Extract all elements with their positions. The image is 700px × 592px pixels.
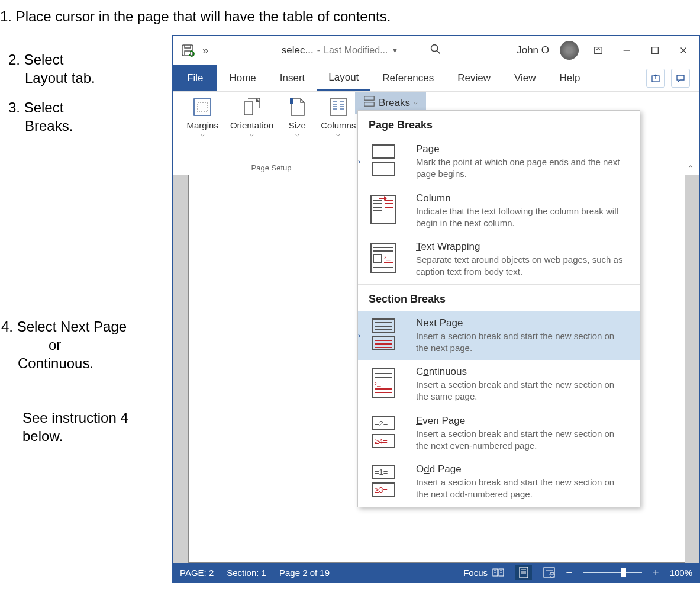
focus-mode-button[interactable]: Focus <box>468 566 481 579</box>
share-button[interactable] <box>646 69 665 88</box>
last-modified: Last Modified... <box>324 45 388 56</box>
document-title: selec... <box>282 44 314 56</box>
orientation-icon <box>240 95 264 119</box>
status-page-count[interactable]: Page 2 of 19 <box>279 568 330 578</box>
print-layout-icon[interactable] <box>515 565 532 580</box>
caret-icon: ⌵ <box>250 130 254 138</box>
step2: 2. Select Layout tab. <box>8 50 95 87</box>
ribbon-display-options-icon[interactable] <box>589 41 607 59</box>
tab-view[interactable]: View <box>502 66 548 90</box>
orientation-label: Orientation <box>230 120 273 130</box>
svg-rect-22 <box>364 102 374 106</box>
svg-text:=2=: =2= <box>375 419 388 428</box>
collapse-ribbon-icon[interactable]: ⌃ <box>688 164 693 172</box>
even-page-desc: Insert a section break and start the new… <box>416 428 629 452</box>
menu-item-next-page[interactable]: › Next Page Insert a section break and s… <box>358 311 640 361</box>
zoom-slider[interactable] <box>583 572 642 573</box>
status-section[interactable]: Section: 1 <box>227 568 266 578</box>
svg-rect-28 <box>520 567 528 578</box>
zoom-level[interactable]: 100% <box>670 568 692 578</box>
tab-file[interactable]: File <box>173 65 217 91</box>
svg-rect-11 <box>290 98 293 104</box>
pointer-icon: › <box>358 332 360 340</box>
orientation-button[interactable]: Orientation ⌵ <box>230 95 273 138</box>
svg-rect-49 <box>373 255 382 263</box>
menu-item-column[interactable]: Column Indicate that the text following … <box>358 186 640 236</box>
step3: 3. Select Breaks. <box>8 98 73 135</box>
comments-button[interactable] <box>671 69 690 88</box>
step1: 1. Place cursor in the page that will ha… <box>0 7 533 25</box>
user-avatar[interactable] <box>560 41 579 60</box>
tab-home[interactable]: Home <box>217 66 267 90</box>
svg-rect-37 <box>372 163 395 176</box>
tab-insert[interactable]: Insert <box>268 66 317 90</box>
maximize-button[interactable] <box>646 41 664 59</box>
page-setup-label: Page Setup <box>251 163 292 172</box>
menu-item-continuous[interactable]: ›⎯ Continuous Insert a section break and… <box>358 360 640 409</box>
text-wrapping-icon: ›⎯ <box>369 241 403 275</box>
autosave-icon[interactable] <box>180 43 195 58</box>
even-page-title: Even Page <box>416 415 629 427</box>
status-page[interactable]: PAGE: 2 <box>180 568 214 578</box>
margins-button[interactable]: Margins ⌵ <box>187 95 218 138</box>
text-wrapping-desc: Separate text around objects on web page… <box>416 254 629 278</box>
search-icon[interactable] <box>429 43 442 58</box>
menu-item-page[interactable]: › Page Mark the point at which one page … <box>358 137 640 186</box>
columns-button[interactable]: Columns ⌵ <box>321 95 356 138</box>
columns-label: Columns <box>321 120 356 130</box>
margins-label: Margins <box>187 120 218 130</box>
tab-layout[interactable]: Layout <box>317 66 370 91</box>
step2-line2: Layout tab. <box>8 70 95 86</box>
web-layout-icon[interactable] <box>543 566 556 579</box>
zoom-out-button[interactable]: − <box>566 567 573 579</box>
svg-rect-10 <box>198 102 207 112</box>
tab-review[interactable]: Review <box>446 66 502 90</box>
breaks-label: Breaks <box>379 97 410 109</box>
breaks-icon <box>363 95 375 110</box>
minimize-button[interactable] <box>618 41 636 59</box>
user-name[interactable]: John O <box>517 44 549 56</box>
odd-page-icon: =1=≥3= <box>369 464 403 498</box>
read-mode-icon[interactable] <box>492 566 505 579</box>
caret-icon: ⌵ <box>414 98 418 106</box>
step2-line1: 2. Select <box>8 52 63 67</box>
menu-item-even-page[interactable]: =2=≥4= Even Page Insert a section break … <box>358 409 640 458</box>
continuous-icon: ›⎯ <box>369 366 403 400</box>
size-button[interactable]: Size ⌵ <box>285 95 309 138</box>
menu-item-text-wrapping[interactable]: ›⎯ Text Wrapping Separate text around ob… <box>358 235 640 284</box>
zoom-in-button[interactable]: + <box>653 567 659 579</box>
close-button[interactable] <box>675 41 692 59</box>
pointer-icon: › <box>358 157 360 166</box>
focus-label: Focus <box>463 568 488 578</box>
tab-references[interactable]: References <box>370 66 446 90</box>
svg-text:=1=: =1= <box>375 468 388 477</box>
page-desc: Mark the point at which one page ends an… <box>416 156 629 181</box>
column-title: Column <box>416 192 629 204</box>
next-page-title: Next Page <box>416 317 629 329</box>
svg-text:≥4=: ≥4= <box>375 437 388 446</box>
svg-rect-36 <box>372 145 395 158</box>
svg-line-2 <box>437 51 440 54</box>
step4-line3: Continuous. <box>1 355 93 371</box>
titlebar: » selec... - Last Modified... ▼ John O <box>173 36 699 65</box>
continuous-title: Continuous <box>416 366 629 378</box>
menu-item-odd-page[interactable]: =1=≥3= Odd Page Insert a section break a… <box>358 458 640 507</box>
svg-text:›⎯: ›⎯ <box>384 253 391 261</box>
odd-page-desc: Insert a section break and start the new… <box>416 477 629 501</box>
title-dash: - <box>317 45 320 56</box>
title-dropdown-icon[interactable]: ▼ <box>392 46 399 54</box>
svg-point-1 <box>431 45 438 52</box>
margins-icon <box>191 95 214 119</box>
step4-line2: or <box>1 337 61 353</box>
tab-help[interactable]: Help <box>548 66 592 90</box>
step3-line1: 3. Select <box>8 99 63 115</box>
columns-icon <box>327 95 350 119</box>
caret-icon: ⌵ <box>295 130 299 138</box>
step5-line1: See instruction 4 <box>22 410 128 426</box>
svg-rect-5 <box>652 47 659 54</box>
qat-more-icon[interactable]: » <box>202 44 207 57</box>
text-wrapping-title: Text Wrapping <box>416 241 629 253</box>
step4: 4. Select Next Page or Continuous. <box>1 317 127 373</box>
step5-line2: below. <box>22 428 63 444</box>
step5: See instruction 4 below. <box>22 408 128 445</box>
